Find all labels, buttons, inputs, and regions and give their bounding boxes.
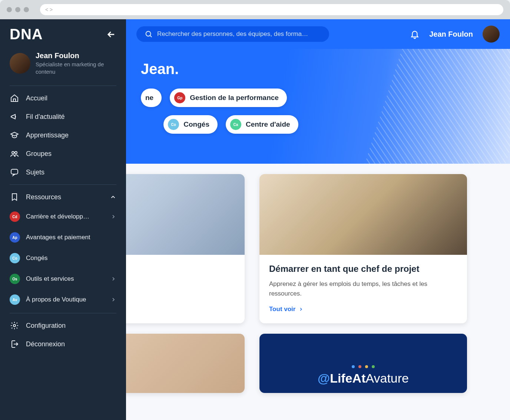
chevron-right-icon	[298, 307, 304, 312]
card-link-tout-voir[interactable]: Tout voir	[269, 306, 304, 313]
main: Jean Foulon Jean. ne Gp Gestion de la pe…	[126, 19, 510, 420]
card-image	[126, 174, 245, 255]
profile-name: Jean Foulon	[36, 51, 116, 60]
card-chef-projet[interactable]: Démarrer en tant que chef de projet Appr…	[259, 174, 467, 323]
badge-av-icon: Av	[10, 294, 20, 305]
sidebar-item-label: Déconnexion	[26, 340, 65, 348]
resource-item-conges[interactable]: Co Congés	[0, 248, 126, 269]
graduation-icon	[10, 130, 19, 140]
chip-label: Congés	[183, 120, 209, 129]
group-icon	[10, 149, 19, 159]
svg-point-3	[13, 324, 16, 327]
topbar: Jean Foulon	[126, 19, 510, 49]
hero-greeting: Jean.	[141, 61, 495, 77]
topbar-avatar[interactable]	[483, 26, 500, 43]
resource-item-outils[interactable]: Os Outils et services	[0, 269, 126, 289]
chip-partial[interactable]: ne	[141, 89, 162, 107]
svg-point-1	[15, 151, 17, 154]
chip-label: Centre d'aide	[246, 120, 290, 129]
maximize-dot[interactable]	[24, 7, 29, 12]
card-objectifs[interactable]: objectifs de d'évaluation de la	[126, 174, 245, 323]
megaphone-icon	[10, 112, 19, 121]
logout-icon	[10, 339, 19, 349]
content: Jean. ne Gp Gestion de la performance . …	[126, 49, 510, 420]
card-image	[259, 174, 467, 255]
resource-item-apropos[interactable]: Av À propos de Voutique	[0, 289, 126, 310]
badge-ca-icon: Ca	[230, 119, 241, 130]
divider	[10, 184, 116, 185]
badge-os-icon: Os	[10, 274, 20, 284]
search-input[interactable]	[157, 30, 321, 38]
sidebar-item-logout[interactable]: Déconnexion	[0, 335, 126, 353]
bell-icon[interactable]	[410, 29, 420, 39]
topbar-username[interactable]: Jean Foulon	[429, 30, 473, 39]
sidebar-item-fil[interactable]: Fil d'actualité	[0, 107, 126, 126]
profile-block[interactable]: Jean Foulon Spécialiste en marketing de …	[0, 46, 126, 83]
search-box[interactable]	[136, 26, 329, 42]
resource-label: Carrière et développ…	[26, 213, 89, 220]
resource-label: Congés	[26, 254, 48, 262]
logo[interactable]: DNA	[10, 26, 43, 43]
divider	[10, 86, 116, 86]
chip-gestion-performance[interactable]: Gp Gestion de la performance	[170, 89, 287, 107]
chip-centre-aide[interactable]: Ca Centre d'aide	[226, 115, 298, 134]
url-bar[interactable]: < >	[40, 4, 503, 15]
sidebar-section-ressources[interactable]: Ressources	[0, 188, 126, 206]
section-label: Ressources	[26, 193, 61, 201]
chevron-up-icon	[110, 194, 116, 200]
sidebar-item-accueil[interactable]: Accueil	[0, 89, 126, 107]
card-title: Démarrer en tant que chef de projet	[269, 264, 457, 274]
sidebar-item-label: Sujets	[26, 169, 44, 176]
home-icon	[10, 93, 19, 103]
badge-ap-icon: Ap	[10, 232, 20, 243]
resource-item-carriere[interactable]: Cd Carrière et développ…	[0, 206, 126, 227]
search-icon	[145, 30, 153, 38]
card-title: objectifs	[126, 264, 235, 274]
svg-rect-2	[11, 169, 18, 174]
chip-label: Gestion de la performance	[190, 94, 279, 102]
sidebar-item-label: Groupes	[26, 150, 52, 158]
collapse-sidebar-icon[interactable]	[106, 29, 116, 40]
sidebar-item-apprentissage[interactable]: Apprentissage	[0, 126, 126, 144]
badge-gp-icon: Gp	[174, 92, 185, 103]
sidebar-item-label: Apprentissage	[26, 131, 69, 139]
divider	[10, 313, 116, 313]
gear-icon	[10, 321, 19, 330]
badge-co-icon: Co	[10, 253, 20, 263]
card-description: de d'évaluation de la	[126, 279, 235, 289]
svg-point-4	[146, 31, 151, 36]
card-life-at-avature[interactable]: @LifeAtAvature	[259, 334, 467, 393]
chevron-right-icon	[110, 297, 116, 303]
profile-role: Spécialiste en marketing de contenu	[36, 61, 116, 75]
close-dot[interactable]	[7, 7, 12, 12]
bookmark-icon	[10, 192, 19, 202]
resource-label: Avantages et paiement	[26, 234, 90, 241]
chevron-right-icon	[110, 276, 116, 282]
sidebar-item-configuration[interactable]: Configuration	[0, 316, 126, 335]
chevron-right-icon	[110, 214, 116, 220]
chip-conges[interactable]: Co Congés	[163, 115, 218, 134]
life-at: @	[318, 371, 330, 385]
minimize-dot[interactable]	[15, 7, 20, 12]
badge-co-icon: Co	[168, 119, 179, 130]
badge-cd-icon: Cd	[10, 211, 20, 222]
sidebar-item-label: Fil d'actualité	[26, 113, 64, 121]
card-description: Apprenez à gérer les emplois du temps, l…	[269, 279, 457, 298]
svg-point-0	[12, 151, 14, 154]
resource-label: Outils et services	[26, 275, 74, 283]
window-controls	[7, 7, 29, 12]
resource-label: À propos de Voutique	[26, 296, 86, 303]
avatar	[10, 53, 30, 74]
cards-row-2: @LifeAtAvature	[126, 334, 510, 408]
sidebar-item-label: Accueil	[26, 94, 47, 102]
sidebar-item-groupes[interactable]: Groupes	[0, 144, 126, 163]
chat-icon	[10, 167, 19, 177]
card-phone[interactable]	[126, 334, 245, 393]
cards-row: objectifs de d'évaluation de la Démarrer…	[126, 164, 510, 334]
resource-item-avantages[interactable]: Ap Avantages et paiement	[0, 227, 126, 248]
sidebar: DNA Jean Foulon Spécialiste en marketing…	[0, 19, 126, 420]
hero: Jean. ne Gp Gestion de la performance . …	[126, 49, 510, 164]
sidebar-item-label: Configuration	[26, 322, 66, 330]
browser-chrome: < >	[0, 0, 510, 19]
sidebar-item-sujets[interactable]: Sujets	[0, 163, 126, 181]
